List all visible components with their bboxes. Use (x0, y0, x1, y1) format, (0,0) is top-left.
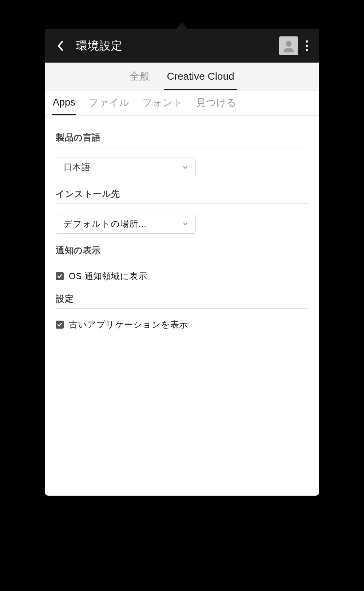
header: 環境設定 (45, 29, 319, 63)
primary-tabs: 全般 Creative Cloud (45, 63, 319, 91)
settings-section-label: 設定 (56, 293, 308, 305)
tab-find[interactable]: 見つける (195, 91, 237, 116)
os-notify-checkbox[interactable] (56, 272, 64, 280)
install-section-label: インストール先 (56, 188, 308, 200)
os-notify-label: OS 通知領域に表示 (69, 270, 147, 282)
old-apps-label: 古いアプリケーションを表示 (69, 319, 188, 330)
chevron-down-icon (183, 221, 188, 227)
install-select-value: デフォルトの場所... (63, 218, 147, 230)
install-location-select[interactable]: デフォルトの場所... (56, 214, 195, 234)
language-select-value: 日本語 (63, 162, 91, 173)
tab-general[interactable]: 全般 (127, 63, 153, 91)
old-apps-checkbox-row: 古いアプリケーションを表示 (56, 319, 308, 330)
divider (56, 308, 308, 309)
svg-point-0 (286, 41, 292, 47)
chevron-down-icon (183, 164, 188, 170)
page-title: 環境設定 (76, 38, 123, 53)
preferences-panel: 環境設定 全般 Creative Cloud Apps ファイル フォント 見つ… (45, 29, 319, 496)
back-button[interactable] (54, 39, 68, 53)
avatar[interactable] (279, 36, 298, 55)
secondary-tabs: Apps ファイル フォント 見つける (45, 91, 319, 116)
tab-apps[interactable]: Apps (52, 92, 76, 115)
tab-creative-cloud[interactable]: Creative Cloud (164, 64, 237, 90)
popover-arrow (175, 23, 189, 30)
notify-section-label: 通知の表示 (56, 245, 308, 256)
divider (56, 203, 308, 204)
language-section-label: 製品の言語 (56, 132, 308, 143)
divider (56, 147, 308, 147)
menu-button[interactable] (300, 36, 314, 55)
notify-checkbox-row: OS 通知領域に表示 (56, 270, 308, 282)
divider (56, 260, 308, 260)
tab-files[interactable]: ファイル (88, 91, 130, 116)
language-select[interactable]: 日本語 (56, 158, 195, 177)
content: 製品の言語 日本語 インストール先 デフォルトの場所... 通知の表示 OS 通… (45, 116, 319, 496)
tab-fonts[interactable]: フォント (142, 91, 184, 116)
show-old-apps-checkbox[interactable] (56, 321, 64, 329)
